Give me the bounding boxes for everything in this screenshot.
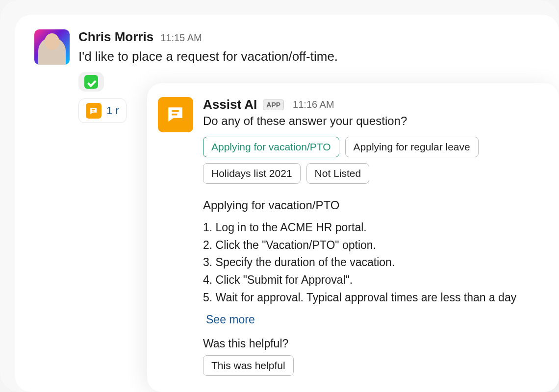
assist-ai-reply-card: Assist AI APP 11:16 AM Do any of these a… (147, 83, 559, 392)
assist-ai-icon-small (86, 103, 102, 119)
thread-replies-link[interactable]: 1 r (78, 98, 127, 123)
helpful-question: Was this helpful? (203, 337, 545, 350)
background-card: Chris Morris 11:15 AM I'd like to place … (0, 0, 559, 392)
user-message-header: Chris Morris 11:15 AM (78, 29, 539, 45)
chat-bubble-icon (89, 106, 98, 116)
chip-regular-leave[interactable]: Applying for regular leave (345, 137, 479, 157)
chip-holidays-2021[interactable]: Holidays list 2021 (203, 163, 301, 184)
helpful-button[interactable]: This was helpful (203, 355, 294, 376)
user-message-text: I'd like to place a request for vacation… (78, 48, 539, 65)
reply-time: 11:16 AM (293, 99, 334, 110)
reply-author-name[interactable]: Assist AI (203, 97, 257, 112)
user-author-name[interactable]: Chris Morris (78, 29, 153, 45)
user-message-time: 11:15 AM (160, 32, 202, 44)
see-more-link[interactable]: See more (203, 313, 255, 326)
check-icon (84, 75, 98, 89)
chat-bubble-icon (165, 104, 186, 125)
app-badge: APP (263, 99, 284, 110)
user-avatar[interactable] (34, 29, 70, 65)
reply-header: Assist AI APP 11:16 AM (203, 97, 545, 112)
thread-reply-count: 1 r (106, 104, 119, 117)
suggestion-chips: Applying for vacation/PTO Applying for r… (203, 137, 545, 184)
answer-title: Applying for vacation/PTO (203, 198, 545, 212)
reaction-check[interactable] (78, 72, 104, 92)
reply-body: Assist AI APP 11:16 AM Do any of these a… (203, 97, 545, 378)
answer-steps-list: 1. Log in to the ACME HR portal.2. Click… (203, 219, 545, 306)
reply-question: Do any of these answer your question? (203, 114, 545, 128)
assist-ai-avatar[interactable] (158, 97, 193, 132)
chip-vacation-pto[interactable]: Applying for vacation/PTO (203, 137, 339, 157)
chip-not-listed[interactable]: Not Listed (306, 163, 370, 184)
